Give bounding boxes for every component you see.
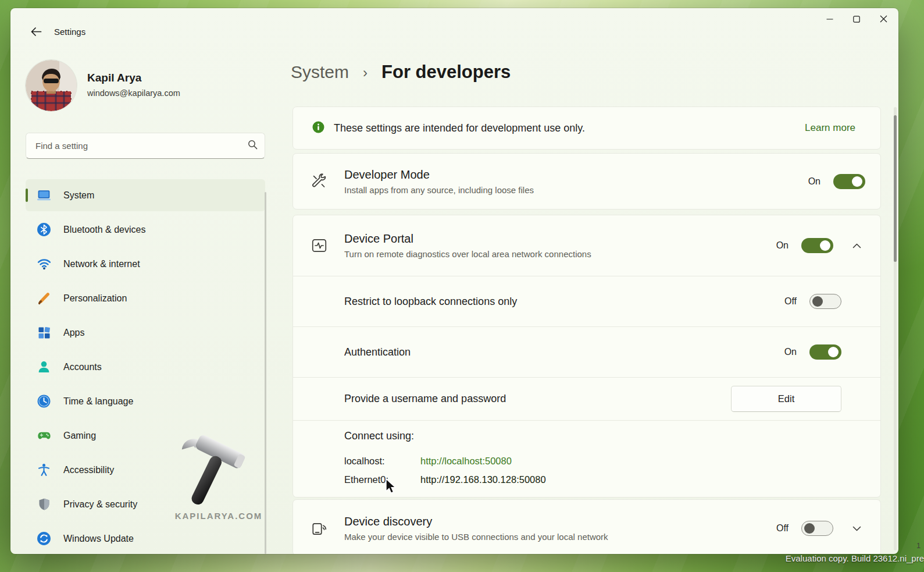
device-discovery-card: Device discovery Make your device visibl… <box>292 499 881 554</box>
sidebar-item-label: Personalization <box>63 293 127 304</box>
toggle-knob <box>852 176 862 187</box>
window-title: Settings <box>54 27 85 37</box>
bluetooth-icon <box>36 222 52 237</box>
device-portal-state: On <box>776 240 789 251</box>
developer-mode-description: Install apps from any source, including … <box>344 185 808 195</box>
sidebar-item-bluetooth-devices[interactable]: Bluetooth & devices <box>26 214 265 246</box>
credentials-row: Provide a username and password Edit <box>293 377 880 420</box>
gaming-icon <box>36 428 52 443</box>
authentication-state: On <box>784 347 797 357</box>
expand-expander-button[interactable] <box>848 520 865 537</box>
dev-warning-banner: These settings are intended for developm… <box>292 106 881 150</box>
sidebar-item-accounts[interactable]: Accounts <box>26 351 265 383</box>
sidebar-item-label: Gaming <box>63 431 96 441</box>
sidebar-item-personalization[interactable]: Personalization <box>26 282 265 314</box>
sidebar-item-label: Network & internet <box>63 259 140 269</box>
sidebar-item-apps[interactable]: Apps <box>26 317 265 349</box>
info-icon <box>312 121 324 136</box>
sidebar-item-label: Time & language <box>63 396 133 407</box>
breadcrumb: System › For developers <box>291 62 511 83</box>
breadcrumb-separator: › <box>363 65 368 81</box>
watermark-text: KAPILARYA.COM <box>169 511 269 521</box>
sidebar-item-windows-update[interactable]: Windows Update <box>26 523 265 554</box>
settings-window: Settings K <box>10 8 898 554</box>
close-icon <box>880 15 887 25</box>
connect-using-section: Connect using: localhost: http://localho… <box>293 420 880 498</box>
back-arrow-icon <box>30 25 43 41</box>
sidebar-item-label: System <box>63 190 94 201</box>
localhost-url-link[interactable]: http://localhost:50080 <box>420 456 512 467</box>
developer-mode-toggle[interactable] <box>833 174 865 189</box>
device-portal-title: Device Portal <box>344 232 776 246</box>
device-portal-toggle[interactable] <box>801 238 833 253</box>
accessibility-icon <box>36 462 52 478</box>
sidebar-item-system[interactable]: System <box>26 179 265 211</box>
search-input[interactable] <box>35 141 248 151</box>
sidebar-item-label: Bluetooth & devices <box>63 225 145 235</box>
device-discovery-state: Off <box>776 523 789 534</box>
connect-label: localhost: <box>344 456 420 467</box>
close-button[interactable] <box>870 8 897 31</box>
authentication-title: Authentication <box>344 346 784 358</box>
developer-mode-card: Developer Mode Install apps from any sou… <box>292 153 881 209</box>
connect-label: Ethernet0: <box>344 474 420 485</box>
breadcrumb-system[interactable]: System <box>291 62 349 82</box>
user-name: Kapil Arya <box>87 72 141 84</box>
apps-icon <box>36 325 52 340</box>
network-icon <box>36 256 52 272</box>
device-portal-card: Device Portal Turn on remote diagnostics… <box>292 215 881 498</box>
developer-mode-title: Developer Mode <box>344 168 808 182</box>
connect-using-title: Connect using: <box>344 430 414 442</box>
loopback-title: Restrict to loopback connections only <box>344 296 784 308</box>
loopback-state: Off <box>784 296 797 307</box>
device-discovery-icon <box>311 520 328 537</box>
system-icon <box>36 187 52 203</box>
maximize-button[interactable] <box>843 8 870 31</box>
credentials-title: Provide a username and password <box>344 393 731 405</box>
learn-more-link[interactable]: Learn more <box>805 122 855 134</box>
hammer-watermark-icon <box>175 499 262 509</box>
toggle-knob <box>804 523 815 534</box>
device-portal-icon <box>311 237 328 254</box>
search-box[interactable] <box>26 133 265 159</box>
device-portal-header[interactable]: Device Portal Turn on remote diagnostics… <box>293 215 880 276</box>
authentication-toggle[interactable] <box>809 344 841 360</box>
connect-row-localhost: localhost: http://localhost:50080 <box>344 456 512 467</box>
device-portal-description: Turn on remote diagnostics over local ar… <box>344 249 776 259</box>
authentication-row: Authentication On <box>293 326 880 377</box>
developer-tools-icon <box>311 173 328 190</box>
chevron-up-icon <box>852 240 861 251</box>
time-language-icon <box>36 393 52 409</box>
connect-row-ethernet0: Ethernet0: http://192.168.130.128:50080 <box>344 474 546 485</box>
toggle-knob <box>812 296 823 307</box>
minimize-button[interactable] <box>816 8 843 31</box>
search-icon <box>248 140 258 152</box>
toggle-knob <box>828 347 839 357</box>
collapse-expander-button[interactable] <box>848 237 865 254</box>
content-scrollbar-thumb[interactable] <box>894 115 897 262</box>
edit-button[interactable]: Edit <box>731 386 841 412</box>
sidebar-item-time-language[interactable]: Time & language <box>26 385 265 417</box>
device-discovery-header[interactable]: Device discovery Make your device visibl… <box>293 500 880 554</box>
developer-mode-state: On <box>808 176 820 187</box>
device-discovery-description: Make your device visible to USB connecti… <box>344 532 776 542</box>
sidebar-item-label: Windows Update <box>63 534 134 544</box>
shield-icon <box>36 496 52 512</box>
page-title: For developers <box>381 62 511 83</box>
chevron-down-icon <box>852 523 861 534</box>
ethernet0-url-link[interactable]: http://192.168.130.128:50080 <box>420 474 546 485</box>
loopback-toggle[interactable] <box>809 294 841 309</box>
sidebar-item-network-internet[interactable]: Network & internet <box>26 248 265 280</box>
evaluation-copy-text: Evaluation copy. Build 23612.ni_pre <box>786 553 924 563</box>
sidebar-item-label: Accounts <box>63 362 102 372</box>
user-email: windows@kapilarya.com <box>87 88 180 98</box>
toggle-knob <box>820 240 830 251</box>
avatar[interactable] <box>26 60 77 111</box>
device-discovery-toggle[interactable] <box>801 521 833 536</box>
windows-update-icon <box>36 531 52 546</box>
minimize-icon <box>826 15 833 25</box>
watermark: KAPILARYA.COM <box>169 431 269 521</box>
stray-text: 1 <box>916 541 921 550</box>
back-button[interactable] <box>27 25 45 40</box>
sidebar-item-label: Apps <box>63 328 84 338</box>
